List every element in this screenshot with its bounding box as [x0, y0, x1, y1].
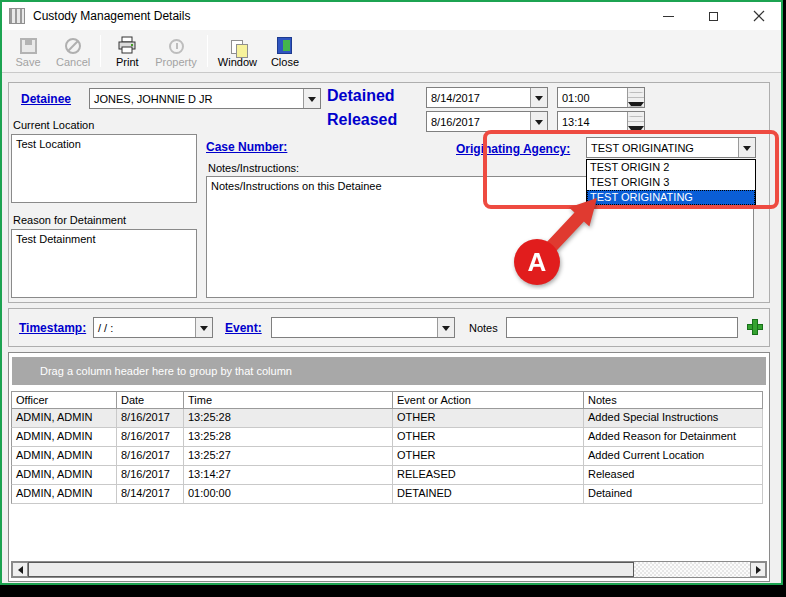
history-grid-panel: Drag a column header here to group by th…: [8, 352, 770, 582]
reason-for-detainment-label: Reason for Detainment: [13, 214, 126, 226]
detained-date-value: 8/14/2017: [431, 92, 480, 104]
table-cell: 13:25:28: [184, 428, 393, 447]
originating-agency-dropdown-list: TEST ORIGIN 2TEST ORIGIN 3TEST ORIGINATI…: [586, 159, 756, 206]
table-cell: RELEASED: [393, 466, 584, 485]
originating-agency-label: Originating Agency:: [456, 142, 570, 156]
detained-time-spinner[interactable]: 01:00: [557, 87, 645, 108]
detainee-value: JONES, JOHNNIE D JR: [94, 93, 213, 105]
save-label: Save: [15, 56, 40, 68]
print-icon: [117, 36, 137, 54]
case-number-label: Case Number:: [206, 140, 287, 154]
cancel-label: Cancel: [56, 56, 90, 68]
dropdown-option[interactable]: TEST ORIGIN 3: [587, 175, 755, 190]
column-header-date[interactable]: Date: [117, 391, 184, 409]
released-date-dropdown-icon[interactable]: [530, 112, 547, 131]
detainee-form-panel: Detainee JONES, JOHNNIE D JR Detained Re…: [8, 82, 770, 303]
notes-instructions-label: Notes/Instructions:: [208, 162, 299, 174]
print-button[interactable]: Print: [105, 32, 149, 70]
scroll-left-button[interactable]: [12, 562, 28, 577]
notes-input[interactable]: [506, 317, 738, 338]
table-cell: OTHER: [393, 428, 584, 447]
cancel-button[interactable]: Cancel: [50, 32, 96, 70]
timestamp-dropdown-icon[interactable]: [195, 318, 212, 337]
detainee-dropdown-icon[interactable]: [303, 89, 320, 108]
dropdown-option[interactable]: TEST ORIGIN 2: [587, 160, 755, 175]
add-timestamp-button[interactable]: [747, 319, 763, 335]
column-header-officer[interactable]: Officer: [11, 391, 117, 409]
minimize-button[interactable]: [646, 2, 691, 30]
group-by-band[interactable]: Drag a column header here to group by th…: [12, 357, 766, 385]
originating-agency-dropdown-icon[interactable]: [738, 138, 755, 157]
detained-date-picker[interactable]: 8/14/2017: [426, 87, 548, 108]
released-time-spinner[interactable]: 13:14: [557, 111, 645, 132]
table-row[interactable]: ADMIN, ADMIN8/16/201713:14:27RELEASEDRel…: [11, 466, 763, 485]
scroll-right-button[interactable]: [750, 562, 766, 577]
group-by-hint: Drag a column header here to group by th…: [40, 365, 292, 377]
app-icon: [9, 8, 25, 24]
minimize-icon: [663, 16, 674, 17]
table-cell: 8/16/2017: [117, 428, 184, 447]
property-button[interactable]: Property: [149, 32, 203, 70]
detained-time-spin-buttons[interactable]: [627, 88, 644, 107]
close-window-button[interactable]: [736, 2, 781, 30]
table-cell: Added Special Instructions: [584, 409, 763, 428]
maximize-button[interactable]: [691, 2, 736, 30]
horizontal-scrollbar[interactable]: [11, 561, 767, 578]
table-row[interactable]: ADMIN, ADMIN8/16/201713:25:28OTHERAdded …: [11, 428, 763, 447]
released-date-value: 8/16/2017: [431, 116, 480, 128]
current-location-label: Current Location: [13, 119, 94, 131]
column-header-time[interactable]: Time: [184, 391, 393, 409]
released-label: Released: [327, 111, 397, 129]
originating-agency-combo[interactable]: TEST ORIGINATING: [586, 137, 756, 158]
detained-date-dropdown-icon[interactable]: [530, 88, 547, 107]
table-cell: DETAINED: [393, 485, 584, 504]
table-cell: 13:14:27: [184, 466, 393, 485]
detained-label: Detained: [327, 87, 395, 105]
scrollbar-thumb[interactable]: [28, 562, 634, 577]
property-label: Property: [155, 56, 197, 68]
table-row[interactable]: ADMIN, ADMIN8/16/201713:25:28OTHERAdded …: [11, 409, 763, 428]
save-icon: [20, 38, 37, 54]
column-header-notes[interactable]: Notes: [584, 391, 763, 409]
table-row[interactable]: ADMIN, ADMIN8/16/201713:25:27OTHERAdded …: [11, 447, 763, 466]
toolbar-separator: [207, 35, 208, 67]
toolbar: Save Cancel Print Property Wi: [2, 30, 781, 73]
dropdown-option[interactable]: TEST ORIGINATING: [587, 190, 755, 205]
timestamp-combo[interactable]: / / :: [93, 317, 213, 338]
detainee-combo[interactable]: JONES, JOHNNIE D JR: [89, 88, 321, 109]
close-door-icon: [277, 37, 292, 54]
table-cell: Added Reason for Detainment: [584, 428, 763, 447]
table-cell: 8/14/2017: [117, 485, 184, 504]
maximize-icon: [709, 12, 718, 21]
current-location-field[interactable]: Test Location: [11, 134, 197, 203]
table-cell: OTHER: [393, 447, 584, 466]
save-button[interactable]: Save: [6, 32, 50, 70]
close-button[interactable]: Close: [263, 32, 307, 70]
event-dropdown-icon[interactable]: [437, 318, 454, 337]
timestamp-entry-panel: Timestamp: / / : Event: Notes: [8, 308, 770, 347]
screenshot-stage: Custody Management Details Save Cancel: [0, 0, 786, 597]
released-date-picker[interactable]: 8/16/2017: [426, 111, 548, 132]
close-icon: [753, 10, 765, 22]
custody-management-window: Custody Management Details Save Cancel: [0, 0, 783, 585]
toolbar-separator: [100, 35, 101, 67]
released-time-spin-buttons[interactable]: [627, 112, 644, 131]
property-icon: [169, 39, 184, 54]
window-title: Custody Management Details: [33, 9, 190, 23]
scroll-left-icon: [14, 566, 23, 574]
table-cell: 8/16/2017: [117, 466, 184, 485]
table-cell: ADMIN, ADMIN: [11, 447, 117, 466]
timestamp-value: / / :: [98, 322, 113, 334]
title-bar: Custody Management Details: [2, 2, 781, 30]
reason-for-detainment-field[interactable]: Test Detainment: [11, 229, 197, 298]
window-button[interactable]: Window: [212, 32, 263, 70]
table-cell: 01:00:00: [184, 485, 393, 504]
table-row[interactable]: ADMIN, ADMIN8/14/201701:00:00DETAINEDDet…: [11, 485, 763, 504]
column-header-event[interactable]: Event or Action: [393, 391, 584, 409]
table-cell: Detained: [584, 485, 763, 504]
event-combo[interactable]: [271, 317, 455, 338]
table-cell: ADMIN, ADMIN: [11, 466, 117, 485]
grid-rows: ADMIN, ADMIN8/16/201713:25:28OTHERAdded …: [11, 409, 763, 504]
released-time-value: 13:14: [562, 116, 590, 128]
table-cell: ADMIN, ADMIN: [11, 428, 117, 447]
